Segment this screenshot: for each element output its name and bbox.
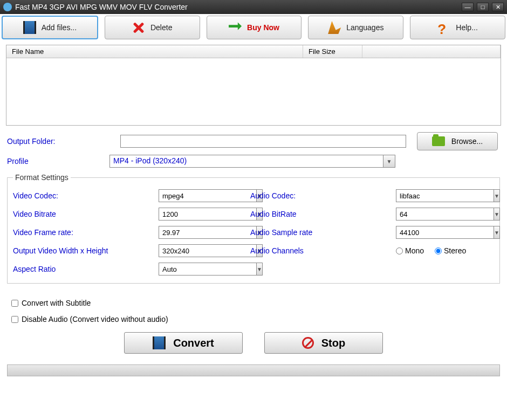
window-title: Fast MP4 3GP AVI MPG WMV MOV FLV Convert… bbox=[15, 3, 462, 11]
output-folder-row: Output Folder: Browse... bbox=[7, 132, 500, 150]
browse-button[interactable]: Browse... bbox=[417, 132, 498, 150]
help-label: Help... bbox=[456, 23, 477, 32]
delete-icon bbox=[132, 21, 145, 34]
app-icon bbox=[3, 3, 12, 11]
toolbar: Add files... Delete Buy Now Languages ? … bbox=[2, 16, 505, 39]
audio-sample-input[interactable] bbox=[396, 226, 494, 239]
disable-audio-checkbox[interactable] bbox=[11, 316, 18, 323]
add-files-label: Add files... bbox=[42, 23, 77, 32]
chevron-down-icon: ▼ bbox=[494, 211, 499, 217]
languages-label: Languages bbox=[346, 23, 383, 32]
maximize-button[interactable]: □ bbox=[477, 3, 489, 11]
stop-button[interactable]: Stop bbox=[264, 332, 383, 354]
output-folder-input[interactable] bbox=[120, 135, 406, 148]
video-size-label: Output Video Width x Height bbox=[13, 246, 159, 255]
languages-icon bbox=[328, 21, 341, 34]
minimize-button[interactable]: — bbox=[462, 3, 474, 11]
mono-radio[interactable] bbox=[396, 247, 403, 254]
convert-label: Convert bbox=[173, 337, 214, 349]
audio-sample-label: Audio Sample rate bbox=[250, 228, 396, 237]
cart-icon bbox=[229, 21, 242, 34]
aspect-ratio-label: Aspect Ratio bbox=[13, 265, 159, 273]
format-legend: Format Settings bbox=[13, 173, 71, 182]
audio-bitrate-combo[interactable]: ▼ bbox=[396, 208, 482, 221]
stereo-radio-label[interactable]: Stereo bbox=[435, 246, 466, 255]
audio-codec-input[interactable] bbox=[396, 189, 494, 202]
folder-icon bbox=[432, 136, 445, 146]
video-framerate-combo[interactable]: ▼ bbox=[159, 226, 245, 239]
profile-label: Profile bbox=[7, 157, 109, 166]
languages-button[interactable]: Languages bbox=[308, 16, 403, 39]
profile-value[interactable]: MP4 - iPod (320x240) bbox=[109, 155, 383, 168]
profile-row: Profile MP4 - iPod (320x240) ▼ bbox=[7, 155, 500, 168]
audio-channels-radios: Mono Stereo bbox=[396, 246, 488, 255]
disable-audio-option[interactable]: Disable Audio (Convert video without aud… bbox=[11, 315, 496, 323]
aspect-ratio-input[interactable] bbox=[159, 263, 257, 276]
audio-channels-label: Audio Channels bbox=[250, 246, 396, 255]
stereo-radio[interactable] bbox=[435, 247, 442, 254]
file-list[interactable]: File Name File Size bbox=[6, 45, 501, 126]
audio-codec-combo[interactable]: ▼ bbox=[396, 189, 482, 202]
help-button[interactable]: ? Help... bbox=[410, 16, 505, 39]
chevron-down-icon: ▼ bbox=[494, 230, 499, 236]
convert-icon bbox=[153, 336, 166, 349]
profile-select[interactable]: MP4 - iPod (320x240) ▼ bbox=[109, 155, 395, 168]
browse-label: Browse... bbox=[451, 137, 483, 146]
subtitle-label: Convert with Subtitle bbox=[22, 299, 91, 307]
add-files-button[interactable]: Add files... bbox=[2, 16, 98, 39]
video-framerate-input[interactable] bbox=[159, 226, 257, 239]
col-extra[interactable] bbox=[362, 45, 501, 58]
video-bitrate-combo[interactable]: ▼ bbox=[159, 208, 245, 221]
output-folder-label: Output Folder: bbox=[7, 137, 120, 146]
chevron-down-icon: ▼ bbox=[257, 266, 262, 272]
col-filesize[interactable]: File Size bbox=[303, 45, 362, 58]
video-codec-label: Video Codec: bbox=[13, 191, 159, 200]
audio-codec-label: Audio Codec: bbox=[250, 191, 396, 200]
buy-now-label: Buy Now bbox=[247, 23, 279, 32]
video-bitrate-input[interactable] bbox=[159, 208, 257, 221]
format-settings: Format Settings Video Codec: ▼ Audio Cod… bbox=[7, 173, 500, 284]
audio-codec-drop[interactable]: ▼ bbox=[494, 189, 500, 202]
video-framerate-label: Video Frame rate: bbox=[13, 228, 159, 237]
delete-button[interactable]: Delete bbox=[105, 16, 200, 39]
subtitle-checkbox[interactable] bbox=[11, 300, 18, 307]
buy-now-button[interactable]: Buy Now bbox=[207, 16, 302, 39]
video-size-combo[interactable]: ▼ bbox=[159, 244, 245, 257]
audio-bitrate-drop[interactable]: ▼ bbox=[494, 208, 500, 221]
close-button[interactable]: ✕ bbox=[492, 3, 504, 11]
stop-label: Stop bbox=[321, 337, 345, 349]
file-list-header: File Name File Size bbox=[6, 45, 501, 58]
video-bitrate-label: Video Bitrate bbox=[13, 210, 159, 218]
audio-bitrate-label: Audio BitRate bbox=[250, 210, 396, 218]
file-list-body[interactable] bbox=[6, 58, 501, 125]
audio-bitrate-input[interactable] bbox=[396, 208, 494, 221]
delete-label: Delete bbox=[150, 23, 172, 32]
subtitle-option[interactable]: Convert with Subtitle bbox=[11, 299, 496, 307]
titlebar: Fast MP4 3GP AVI MPG WMV MOV FLV Convert… bbox=[0, 0, 507, 14]
action-row: Convert Stop bbox=[2, 332, 505, 354]
aspect-ratio-combo[interactable]: ▼ bbox=[159, 263, 245, 276]
video-codec-combo[interactable]: ▼ bbox=[159, 189, 245, 202]
profile-dropdown-button[interactable]: ▼ bbox=[383, 155, 395, 168]
chevron-down-icon: ▼ bbox=[387, 159, 392, 164]
chevron-down-icon: ▼ bbox=[494, 193, 499, 199]
audio-sample-combo[interactable]: ▼ bbox=[396, 226, 482, 239]
mono-radio-label[interactable]: Mono bbox=[396, 246, 424, 255]
stop-icon bbox=[302, 337, 314, 349]
status-bar bbox=[7, 364, 500, 376]
col-filename[interactable]: File Name bbox=[6, 45, 303, 58]
video-codec-input[interactable] bbox=[159, 189, 257, 202]
audio-sample-drop[interactable]: ▼ bbox=[494, 226, 500, 239]
help-icon: ? bbox=[437, 21, 450, 34]
video-size-input[interactable] bbox=[159, 244, 257, 257]
aspect-ratio-drop[interactable]: ▼ bbox=[257, 263, 263, 276]
convert-button[interactable]: Convert bbox=[124, 332, 243, 354]
disable-audio-label: Disable Audio (Convert video without aud… bbox=[22, 315, 168, 323]
window-controls: — □ ✕ bbox=[462, 3, 504, 11]
film-icon bbox=[23, 21, 36, 34]
